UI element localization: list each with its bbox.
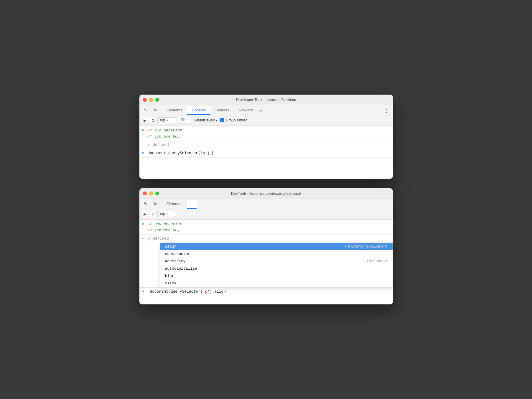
context-selector-2[interactable]: top ▾ bbox=[158, 211, 176, 217]
console-result-1: ← undefined bbox=[139, 141, 393, 149]
minimize-button-2[interactable] bbox=[149, 192, 153, 195]
title-bar-2: DevTools - todomvc.com/examples/react/ bbox=[139, 188, 393, 199]
device-icon-2: ⧉ bbox=[154, 201, 157, 206]
ac-item-accesskey[interactable]: accessKey HTMLElement bbox=[160, 258, 393, 265]
console-code-1: document.querySelector('p'). bbox=[148, 150, 213, 156]
more-options-button-1[interactable]: ⋮ bbox=[382, 107, 391, 115]
ban-icon-1: ⊘ bbox=[151, 118, 155, 123]
tab-list-1: Elements Console Sources Network » bbox=[162, 105, 264, 115]
console-code-2: document.querySelector('p').align bbox=[150, 289, 226, 294]
ac-item-autocapitalize[interactable]: autocapitalize bbox=[160, 265, 393, 272]
device-toggle-button-2[interactable]: ⧉ bbox=[151, 200, 159, 207]
console-content-1: > // old behavior // (chrome 66) ← undef… bbox=[139, 126, 393, 179]
prompt-1: > bbox=[142, 128, 145, 133]
ac-item-constructor[interactable]: constructor bbox=[160, 250, 393, 258]
comment-line-2: // (chrome 66) bbox=[148, 134, 182, 140]
cursor-icon-2: ↖ bbox=[144, 201, 148, 206]
console-area-2: > // new behavior // (chrome 68) ← undef… bbox=[139, 220, 393, 296]
console-undefined-1: undefined bbox=[148, 142, 169, 148]
prompt-input-1: > bbox=[142, 150, 145, 156]
ac-item-blur[interactable]: blur bbox=[160, 272, 393, 280]
device-toggle-button[interactable]: ⧉ bbox=[151, 106, 159, 114]
result-arrow-2: ← bbox=[142, 236, 146, 242]
window-controls-1 bbox=[143, 98, 159, 102]
ac-item-align[interactable]: align HTMLParagraphElement bbox=[160, 243, 393, 250]
separator-1 bbox=[381, 108, 381, 114]
ac-item-click[interactable]: click bbox=[160, 280, 393, 287]
console-comment-block: // old behavior // (chrome 66) bbox=[148, 128, 182, 140]
tab-network-1[interactable]: Network bbox=[234, 106, 258, 115]
devtools-window-1: Developer Tools - chrome://version/ ↖ ⧉ … bbox=[139, 95, 393, 179]
comment-line-3: // new behavior bbox=[148, 221, 182, 227]
ac-type-align: HTMLParagraphElement bbox=[345, 245, 388, 249]
ac-name-click: click bbox=[165, 281, 177, 286]
play-icon-2: ▶ bbox=[144, 212, 146, 216]
console-toolbar-2: ▶ ⊘ top ▾ bbox=[139, 209, 393, 220]
maximize-button-1[interactable] bbox=[155, 98, 159, 102]
devtools-icons-1: ↖ ⧉ bbox=[142, 106, 159, 115]
tab-console-1[interactable]: Console bbox=[187, 106, 211, 115]
tab-console-2[interactable] bbox=[187, 200, 197, 209]
tab-bar-2: ↖ ⧉ Elements bbox=[139, 199, 393, 209]
console-input-line-1[interactable]: > document.querySelector('p'). bbox=[139, 149, 393, 158]
ac-name-autocapitalize: autocapitalize bbox=[165, 266, 197, 271]
console-spacer-1 bbox=[139, 158, 393, 175]
context-selector-1[interactable]: top ▾ bbox=[158, 117, 176, 123]
console-line-new-comment: > // new behavior // (chrome 68) bbox=[139, 220, 393, 235]
ac-name-align: align bbox=[165, 244, 177, 249]
tab-list-2: Elements bbox=[162, 199, 197, 209]
context-arrow-1: ▾ bbox=[166, 119, 168, 122]
group-similar-checkbox[interactable]: ✓ bbox=[220, 118, 224, 122]
minimize-button-1[interactable] bbox=[149, 98, 153, 102]
window-title-2: DevTools - todomvc.com/examples/react/ bbox=[231, 191, 301, 196]
tab-elements-2[interactable]: Elements bbox=[162, 200, 187, 209]
context-label-1: top bbox=[160, 118, 165, 122]
tab-elements-1[interactable]: Elements bbox=[162, 106, 187, 115]
console-input-line-2[interactable]: > document.querySelector('p').align bbox=[139, 287, 393, 296]
tab-bar-end-1: ⋮ bbox=[380, 107, 391, 115]
ban-console-button[interactable]: ⊘ bbox=[150, 117, 157, 123]
ac-name-accesskey: accessKey bbox=[165, 259, 186, 263]
tab-sources-1[interactable]: Sources bbox=[210, 106, 234, 115]
autocomplete-dropdown: align HTMLParagraphElement constructor a… bbox=[160, 243, 393, 287]
context-arrow-2: ▾ bbox=[166, 212, 168, 216]
ac-name-constructor: constructor bbox=[165, 252, 190, 256]
tab-bar-1: ↖ ⧉ Elements Console Sources Network » bbox=[139, 105, 393, 115]
console-content-2: > // new behavior // (chrome 68) ← undef… bbox=[139, 220, 393, 296]
devtools-icons-2: ↖ ⧉ bbox=[142, 200, 159, 209]
prompt-2: > bbox=[142, 221, 145, 227]
console-comment-block-2: // new behavior // (chrome 68) bbox=[148, 221, 182, 234]
ac-name-blur: blur bbox=[165, 274, 174, 278]
title-bar-1: Developer Tools - chrome://version/ bbox=[139, 95, 393, 105]
ac-type-accesskey: HTMLElement bbox=[364, 259, 388, 263]
window-controls-2 bbox=[143, 192, 159, 195]
console-line-old-comment: > // old behavior // (chrome 66) bbox=[139, 126, 393, 141]
context-label-2: top bbox=[160, 212, 165, 216]
check-icon: ✓ bbox=[221, 119, 223, 122]
comment-line-4: // (chrome 68) bbox=[148, 227, 182, 234]
ban-icon-2: ⊘ bbox=[151, 212, 155, 216]
device-icon: ⧉ bbox=[154, 108, 157, 112]
clear-console-button[interactable]: ▶ bbox=[142, 117, 148, 123]
play-icon-1: ▶ bbox=[144, 118, 146, 123]
window2-bottom bbox=[139, 296, 393, 304]
comment-line-1: // old behavior bbox=[148, 128, 182, 134]
tab-more-1[interactable]: » bbox=[258, 106, 264, 115]
filter-button-1[interactable]: Filter bbox=[178, 117, 192, 123]
console-result-2: ← undefined bbox=[139, 235, 393, 243]
ban-console-button-2[interactable]: ⊘ bbox=[150, 211, 157, 217]
default-levels-1[interactable]: Default levels ▾ bbox=[194, 118, 217, 122]
console-toolbar-1: ▶ ⊘ top ▾ Filter Default levels ▾ ✓ Grou… bbox=[139, 115, 393, 126]
kebab-icon-1: ⋮ bbox=[384, 108, 389, 114]
devtools-window-2: DevTools - todomvc.com/examples/react/ ↖… bbox=[139, 188, 393, 304]
group-similar-label-1: Group similar bbox=[226, 118, 247, 122]
close-button-2[interactable] bbox=[143, 192, 147, 195]
clear-console-button-2[interactable]: ▶ bbox=[142, 211, 148, 217]
maximize-button-2[interactable] bbox=[155, 192, 159, 195]
inspect-element-button[interactable]: ↖ bbox=[142, 106, 150, 114]
close-button-1[interactable] bbox=[143, 98, 147, 102]
inspect-element-button-2[interactable]: ↖ bbox=[142, 200, 150, 207]
cursor-icon: ↖ bbox=[144, 107, 148, 113]
prompt-input-2: > bbox=[142, 289, 145, 294]
group-similar-container-1: ✓ Group similar bbox=[220, 118, 247, 122]
